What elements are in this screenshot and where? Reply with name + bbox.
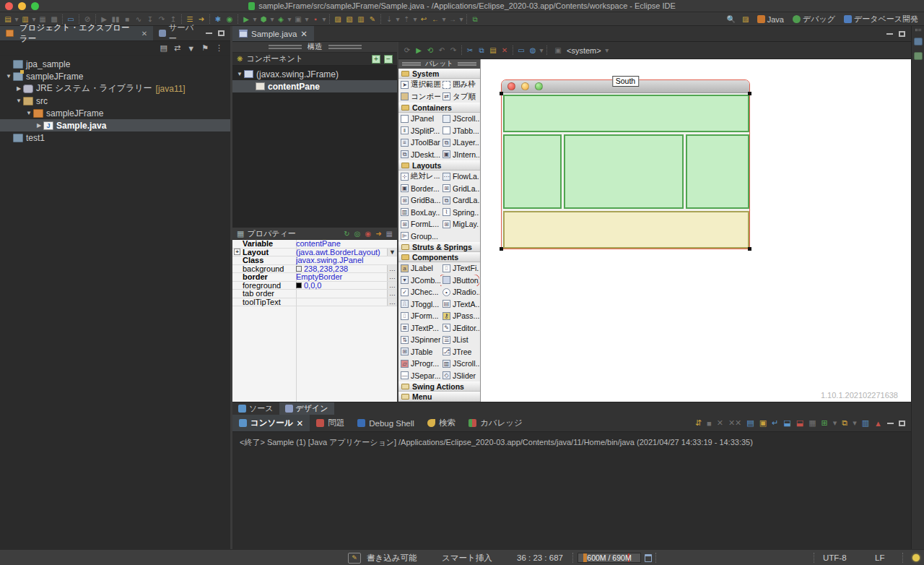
structure-header[interactable]: 構造 [232, 42, 397, 53]
encoding-status[interactable]: UTF-8 [823, 550, 847, 565]
prev-annotation-button[interactable]: ⇡ [401, 14, 412, 25]
open-type-button[interactable]: ▥ [355, 14, 367, 25]
palette-item-springlayout[interactable]: ⌇Spring... [440, 207, 479, 219]
back-button[interactable]: ← [430, 14, 441, 25]
launch-button[interactable]: ◉ [224, 14, 235, 25]
palette-item-jtextfield[interactable]: ⌷JTextFi... [440, 262, 479, 275]
design-canvas[interactable]: South [481, 59, 911, 402]
save-output-icon[interactable]: ▦ [808, 418, 816, 428]
drag-grip[interactable] [402, 62, 421, 66]
selection-handle[interactable] [748, 92, 751, 95]
collapse-all-button[interactable]: − [384, 55, 393, 64]
convert-icon[interactable]: ➜ [375, 230, 381, 238]
console-output[interactable]: <終了> Sample (1) [Java アプリケーション] /Applica… [232, 432, 911, 453]
cut-icon[interactable]: ✂ [464, 45, 476, 56]
remove-launch-icon[interactable]: ✕ [717, 418, 723, 428]
palette-item-jtogglebutton[interactable]: ⎍JToggl... [398, 298, 440, 311]
new-wizard-dropdown[interactable]: ▾ [14, 14, 19, 25]
edit-foreground-button[interactable]: … [387, 282, 397, 290]
show-stdout-icon[interactable]: ⬓ [783, 418, 790, 428]
palette-item-jtextarea[interactable]: ▤JTextA... [440, 298, 479, 311]
palette-item-jlabel[interactable]: aJLabel [398, 262, 440, 275]
word-wrap-icon[interactable]: ↵ [772, 418, 778, 428]
tab-sample-java[interactable]: Sample.java ✕ [232, 26, 314, 41]
design-back-button[interactable]: ↶ [436, 45, 448, 56]
palette-item-jcheckbox[interactable]: ✓JChec... [398, 286, 440, 298]
externalize-dropdown[interactable]: ▾ [539, 45, 544, 56]
minimize-console-button[interactable] [887, 423, 894, 424]
tree-item-jre-library[interactable]: ▶JRE システム・ライブラリー[java11] [0, 82, 230, 95]
palette-item-jtabbedpane[interactable]: JTabb... [440, 125, 479, 137]
show-advanced-icon[interactable]: ◉ [365, 230, 371, 238]
alert-icon[interactable]: ▲ [874, 419, 882, 428]
edit-background-button[interactable]: … [387, 265, 397, 273]
open-editor-button[interactable]: ⧉ [469, 14, 481, 25]
palette-item-jslider[interactable]: ◇JSlider [440, 370, 479, 382]
edit-tooltip-button[interactable]: … [387, 298, 397, 306]
search-flashlight-button[interactable]: ✎ [367, 14, 378, 25]
restore-view-icon[interactable] [914, 52, 923, 60]
palette-item-jdesktoppane[interactable]: ⧉JDeskt... [398, 149, 440, 161]
selection-handle[interactable] [500, 247, 503, 251]
tab-design[interactable]: デザイン [279, 402, 334, 415]
edit-taborder-button[interactable]: … [387, 290, 397, 298]
palette-item-jtoolbar[interactable]: ≡JToolBar [398, 137, 440, 149]
copy-icon[interactable]: ⧉ [476, 45, 487, 56]
tree-item-samplejframe-project[interactable]: ▼sampleJFrame [0, 70, 230, 82]
east-panel[interactable] [686, 134, 749, 209]
palette-item-jformattedtextfield[interactable]: ⌷JForm... [398, 310, 440, 322]
collapse-all-icon[interactable]: ▤ [160, 43, 167, 53]
edit-border-button[interactable]: … [387, 273, 397, 281]
notification-bulb-icon[interactable] [912, 550, 920, 565]
step-over-button[interactable]: ↷ [156, 14, 167, 25]
forward-dropdown[interactable]: ▾ [458, 14, 464, 25]
palette-item-jprogressbar[interactable]: ▱JProgr... [398, 358, 440, 370]
last-edit-button[interactable]: ↩ [418, 14, 430, 25]
palette-item-jlist[interactable]: ☰JList [440, 334, 479, 346]
palette-item-jradiobutton[interactable]: •JRadio... [440, 286, 479, 298]
palette-item-jcombobox[interactable]: ▾JComb... [398, 275, 440, 287]
show-stderr-icon[interactable]: ⬓ [796, 418, 803, 428]
tree-item-jpa-sample[interactable]: ▶jpa_sample [0, 58, 230, 70]
drag-grip[interactable] [269, 45, 302, 49]
categorize-icon[interactable]: ▦ [386, 230, 393, 238]
palette-item-jbutton[interactable]: JButton [440, 275, 479, 287]
collapse-arrow-icon[interactable]: ▼ [14, 98, 23, 104]
line-delimiter-status[interactable]: LF [875, 550, 884, 565]
terminate-launch-icon[interactable]: ■ [707, 419, 712, 428]
drag-grip[interactable] [328, 45, 362, 49]
close-tab-icon[interactable]: ✕ [141, 30, 147, 38]
north-panel[interactable] [503, 95, 749, 132]
tree-item-test1[interactable]: ▶test1 [0, 131, 230, 144]
drag-grip[interactable] [458, 62, 476, 66]
new-console-icon[interactable]: ⧉ [842, 418, 847, 428]
reparse-button[interactable]: ⟲ [424, 45, 436, 56]
filter-icon[interactable]: ▼ [187, 44, 195, 53]
remove-all-launches-icon[interactable]: ✕✕ [728, 418, 741, 428]
perspective-java[interactable]: Java [754, 14, 787, 25]
palette-item-jscrollpane[interactable]: JScroll... [440, 113, 479, 125]
tab-search[interactable]: 検索 [421, 415, 462, 431]
palette-item-grouplayout[interactable]: ⊫Group... [398, 230, 440, 243]
tab-servers[interactable]: サーバー [153, 26, 206, 40]
link-editor-icon[interactable]: ⇄ [174, 43, 180, 53]
palette-header[interactable]: パレット [398, 59, 480, 69]
palette-item-borderlayout[interactable]: ▣Border... [398, 183, 440, 195]
palette-item-boxlayout[interactable]: ▥BoxLay... [398, 207, 440, 219]
close-console-icon[interactable]: ✕ [297, 418, 304, 428]
tab-console[interactable]: コンソール ✕ [232, 415, 310, 431]
collapse-arrow-icon[interactable]: ▼ [4, 73, 13, 79]
collapse-arrow-icon[interactable]: ▼ [235, 71, 244, 77]
open-console-icon[interactable]: ⊞ [821, 418, 828, 428]
palette-item-jtree[interactable]: ⎇JTree [440, 346, 479, 358]
maximize-editor-button[interactable] [899, 31, 905, 37]
palette-item-jeditorpane[interactable]: ✎JEditor... [440, 322, 479, 335]
palette-item-marquee[interactable]: 囲み枠 [440, 79, 479, 91]
jframe-preview[interactable]: South [501, 79, 750, 249]
tree-item-sample-java[interactable]: ▶JSample.java [0, 119, 230, 131]
palette-item-formlayout[interactable]: ⊞FormL... [398, 218, 440, 230]
palette-item-jtextpane[interactable]: ≣JTextP... [398, 322, 440, 335]
expand-all-button[interactable]: + [372, 55, 380, 64]
new-wizard-button[interactable]: ▤ [2, 14, 14, 25]
next-annotation-button[interactable]: ⇣ [383, 14, 395, 25]
